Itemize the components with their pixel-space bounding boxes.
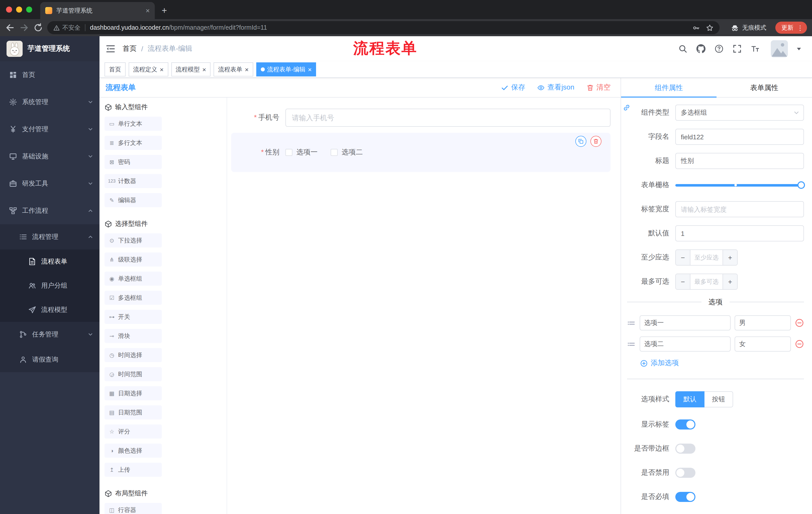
sidebar-item-system[interactable]: 系统管理 xyxy=(0,88,99,116)
avatar[interactable] xyxy=(771,40,788,57)
show-label-toggle[interactable] xyxy=(675,420,695,430)
form-canvas[interactable]: 手机号 xyxy=(227,98,620,514)
tab-close-icon[interactable]: × xyxy=(146,7,150,14)
bookmark-star-icon[interactable] xyxy=(706,24,714,31)
min-select-value[interactable]: 至少应选 xyxy=(690,250,723,265)
close-window-button[interactable] xyxy=(6,6,12,12)
sidebar-item-process-model[interactable]: 流程模型 xyxy=(0,298,99,322)
component-chip-slider[interactable]: ⊸滑块 xyxy=(105,329,162,343)
required-toggle[interactable] xyxy=(675,492,695,502)
breadcrumb-home[interactable]: 首页 xyxy=(123,44,137,53)
option-value-input[interactable] xyxy=(735,336,791,352)
component-chip-date-range[interactable]: ▤日期范围 xyxy=(105,405,162,420)
gender-option-2[interactable]: 选项二 xyxy=(330,148,363,157)
fullscreen-icon[interactable] xyxy=(733,44,742,53)
max-select-value[interactable]: 最多可选 xyxy=(690,274,723,289)
sidebar-item-user-group[interactable]: 用户分组 xyxy=(0,274,99,298)
component-chip-multi-line[interactable]: ≣多行文本 xyxy=(105,136,162,150)
help-icon[interactable] xyxy=(715,44,724,53)
component-chip-single-line[interactable]: ▭单行文本 xyxy=(105,117,162,131)
field-name-input[interactable] xyxy=(675,129,804,145)
add-option-button[interactable]: 添加选项 xyxy=(640,359,679,368)
increase-button[interactable]: + xyxy=(723,274,737,289)
address-bar[interactable]: 不安全 dashboard.yudao.iocoder.cn/bpm/manag… xyxy=(47,21,720,34)
remove-option-icon[interactable] xyxy=(795,318,804,327)
sidebar-item-home[interactable]: 首页 xyxy=(0,61,99,88)
sidebar-item-process-mgmt[interactable]: 流程管理 xyxy=(0,224,99,249)
slider-handle[interactable] xyxy=(798,181,805,189)
border-toggle[interactable] xyxy=(675,443,695,454)
tag-process-definition[interactable]: 流程定义 × xyxy=(128,62,168,77)
component-chip-editor[interactable]: ✎编辑器 xyxy=(105,193,162,207)
option-value-input[interactable] xyxy=(735,315,791,330)
canvas-item-gender[interactable]: 性别 选项一 选项二 xyxy=(231,133,610,172)
style-button-button[interactable]: 按钮 xyxy=(704,391,733,407)
label-width-input[interactable] xyxy=(675,201,804,217)
security-warning[interactable]: 不安全 xyxy=(53,23,80,32)
form-grid-slider[interactable] xyxy=(675,177,804,193)
save-button[interactable]: 保存 xyxy=(501,83,525,92)
increase-button[interactable]: + xyxy=(723,250,737,265)
default-value-input[interactable] xyxy=(675,225,804,241)
sidebar-item-devtools[interactable]: 研发工具 xyxy=(0,170,99,197)
component-chip-cascader[interactable]: ⋔级联选择 xyxy=(105,252,162,267)
sidebar-item-payment[interactable]: 支付管理 xyxy=(0,116,99,143)
tag-process-form-edit[interactable]: 流程表单-编辑 × xyxy=(256,62,316,77)
key-icon[interactable] xyxy=(692,24,700,31)
view-json-button[interactable]: 查看json xyxy=(538,83,574,92)
component-chip-time-picker[interactable]: ◷时间选择 xyxy=(105,348,162,362)
canvas-item-phone[interactable]: 手机号 xyxy=(231,109,610,127)
component-chip-checkbox-group[interactable]: ☑多选框组 xyxy=(105,291,162,305)
browser-update-button[interactable]: 更新 ⋮ xyxy=(775,22,807,34)
option-label-input[interactable] xyxy=(640,315,731,330)
drag-handle-icon[interactable] xyxy=(627,319,636,327)
component-chip-password[interactable]: ⊠密码 xyxy=(105,155,162,169)
component-chip-select[interactable]: ⊙下拉选择 xyxy=(105,233,162,247)
link-icon[interactable] xyxy=(622,104,631,112)
reload-icon[interactable] xyxy=(33,23,43,33)
tab-component-props[interactable]: 组件属性 xyxy=(621,78,717,97)
sidebar-item-process-form[interactable]: 流程表单 xyxy=(0,249,99,274)
style-default-button[interactable]: 默认 xyxy=(675,391,704,407)
close-icon[interactable]: × xyxy=(202,66,206,73)
tag-home[interactable]: 首页 xyxy=(105,62,126,77)
sidebar-item-workflow[interactable]: 工作流程 xyxy=(0,197,99,224)
close-icon[interactable]: × xyxy=(308,66,312,73)
component-chip-radio-group[interactable]: ◉单选框组 xyxy=(105,272,162,286)
github-icon[interactable] xyxy=(696,44,705,53)
browser-tab[interactable]: 芋道管理系统 × xyxy=(40,2,155,19)
component-chip-rate[interactable]: ☆评分 xyxy=(105,425,162,438)
component-chip-switch[interactable]: ⊶开关 xyxy=(105,310,162,324)
sidebar-item-task-mgmt[interactable]: 任务管理 xyxy=(0,322,99,347)
maximize-window-button[interactable] xyxy=(26,6,32,12)
minimize-window-button[interactable] xyxy=(16,6,22,12)
hamburger-icon[interactable] xyxy=(106,44,116,54)
gender-option-1[interactable]: 选项一 xyxy=(285,148,318,157)
search-icon[interactable] xyxy=(678,44,687,53)
close-icon[interactable]: × xyxy=(160,66,164,73)
component-type-select[interactable]: 多选框组 xyxy=(675,105,804,121)
component-chip-date-picker[interactable]: ▦日期选择 xyxy=(105,386,162,400)
avatar-caret-icon[interactable] xyxy=(797,48,801,50)
component-chip-time-range[interactable]: ◶时间范围 xyxy=(105,367,162,381)
font-size-icon[interactable] xyxy=(751,44,760,53)
new-tab-button[interactable]: + xyxy=(158,4,171,17)
phone-input[interactable] xyxy=(285,109,610,127)
component-chip-counter[interactable]: 123计数器 xyxy=(105,174,162,188)
forward-icon[interactable] xyxy=(19,23,29,33)
close-icon[interactable]: × xyxy=(245,66,249,73)
drag-handle-icon[interactable] xyxy=(627,340,636,348)
component-chip-row-container[interactable]: ◫行容器 xyxy=(105,503,162,514)
back-icon[interactable] xyxy=(5,23,15,33)
component-chip-color-picker[interactable]: ◑颜色选择 xyxy=(105,443,162,458)
decrease-button[interactable]: − xyxy=(676,250,690,265)
delete-item-button[interactable] xyxy=(590,136,602,147)
sidebar-item-infra[interactable]: 基础设施 xyxy=(0,143,99,170)
copy-item-button[interactable] xyxy=(575,136,586,147)
tag-process-model[interactable]: 流程模型 × xyxy=(171,62,210,77)
decrease-button[interactable]: − xyxy=(676,274,690,289)
option-label-input[interactable] xyxy=(640,336,731,352)
clear-button[interactable]: 清空 xyxy=(586,83,610,92)
tab-form-props[interactable]: 表单属性 xyxy=(717,78,812,97)
disabled-toggle[interactable] xyxy=(675,468,695,478)
